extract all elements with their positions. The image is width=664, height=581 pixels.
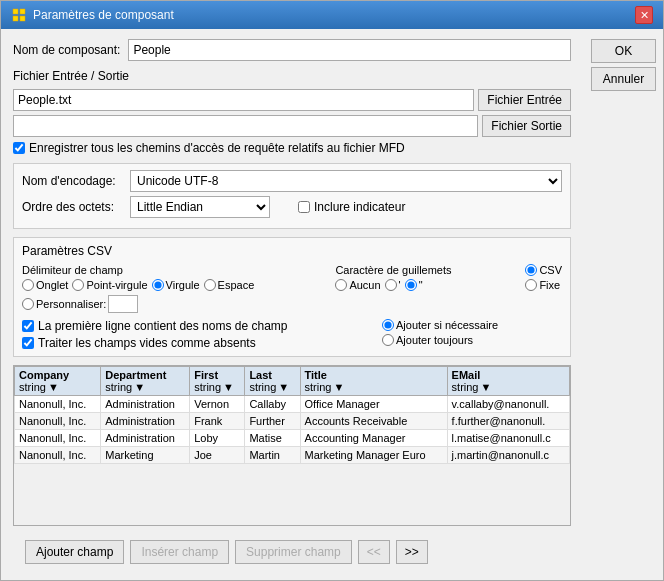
- input-file-input[interactable]: [13, 89, 474, 111]
- add-always: Ajouter toujours: [382, 334, 562, 346]
- component-name-label: Nom de composant:: [13, 43, 120, 57]
- add-if-needed-radio[interactable]: [382, 319, 394, 331]
- delimiter-custom-input[interactable]: [108, 295, 138, 313]
- col-title-dropdown-icon[interactable]: ▼: [333, 381, 344, 393]
- col-company: Company string ▼: [15, 367, 101, 396]
- delimiter-space: Espace: [204, 279, 255, 291]
- col-last: Last string ▼: [245, 367, 300, 396]
- dialog: Paramètres de composant ✕ Nom de composa…: [0, 0, 664, 581]
- encoding-name-row: Nom d'encodage: Unicode UTF-8: [22, 170, 562, 192]
- dialog-body: Nom de composant: Fichier Entrée / Sorti…: [1, 29, 663, 580]
- delimiter-tab: Onglet: [22, 279, 68, 291]
- component-name-input[interactable]: [128, 39, 571, 61]
- quotes-radio-row: Aucun ' ": [335, 279, 515, 291]
- add-if-needed: Ajouter si nécessaire: [382, 319, 562, 331]
- title-bar: Paramètres de composant ✕: [1, 1, 663, 29]
- quote-double-label: ": [419, 279, 423, 291]
- quotes-box: Caractère de guillemets Aucun ': [335, 264, 515, 291]
- indicator-checkbox[interactable]: [298, 201, 310, 213]
- first-line-checkbox[interactable]: [22, 320, 34, 332]
- table-wrapper[interactable]: Company string ▼ Depar: [13, 365, 571, 526]
- delimiter-semicolon-radio[interactable]: [72, 279, 84, 291]
- empty-fields-checkbox[interactable]: [22, 337, 34, 349]
- csv-bottom: La première ligne contient des noms de c…: [22, 319, 562, 350]
- delimiter-space-radio[interactable]: [204, 279, 216, 291]
- component-icon: [11, 7, 27, 23]
- add-always-radio[interactable]: [382, 334, 394, 346]
- add-if-needed-label: Ajouter si nécessaire: [396, 319, 498, 331]
- cancel-button[interactable]: Annuler: [591, 67, 656, 91]
- format-box: CSV Fixe: [525, 264, 562, 291]
- col-first-dropdown-icon[interactable]: ▼: [223, 381, 234, 393]
- empty-fields-row: Traiter les champs vides comme absents: [22, 336, 372, 350]
- encoding-section: Nom d'encodage: Unicode UTF-8 Ordre des …: [13, 163, 571, 229]
- delete-field-button[interactable]: Supprimer champ: [235, 540, 352, 564]
- table-row: Nanonull, Inc. Administration Vernon Cal…: [15, 396, 570, 413]
- table-row: Nanonull, Inc. Administration Loby Matis…: [15, 430, 570, 447]
- input-file-row: Fichier Entrée: [13, 89, 571, 111]
- delimiter-space-label: Espace: [218, 279, 255, 291]
- format-fixe-label: Fixe: [539, 279, 560, 291]
- delimiter-radio-row: Onglet Point-virgule Virgule: [22, 279, 325, 313]
- delimiter-comma: Virgule: [152, 279, 200, 291]
- format-csv-radio[interactable]: [525, 264, 537, 276]
- quote-double-radio[interactable]: [405, 279, 417, 291]
- output-file-button[interactable]: Fichier Sortie: [482, 115, 571, 137]
- format-fixe-radio[interactable]: [525, 279, 537, 291]
- delimiter-comma-radio[interactable]: [152, 279, 164, 291]
- col-email: EMail string ▼: [447, 367, 569, 396]
- csv-title: Paramètres CSV: [22, 244, 562, 258]
- mfd-checkbox-row: Enregistrer tous les chemins d'accès de …: [13, 141, 571, 155]
- bottom-buttons: Ajouter champ Insérer champ Supprimer ch…: [13, 534, 571, 570]
- delimiter-semicolon-label: Point-virgule: [86, 279, 147, 291]
- first-line-label: La première ligne contient des noms de c…: [38, 319, 287, 333]
- data-table: Company string ▼ Depar: [14, 366, 570, 464]
- input-file-button[interactable]: Fichier Entrée: [478, 89, 571, 111]
- mfd-checkbox[interactable]: [13, 142, 25, 154]
- delimiter-label: Délimiteur de champ: [22, 264, 325, 276]
- next-button[interactable]: >>: [396, 540, 428, 564]
- mfd-label: Enregistrer tous les chemins d'accès de …: [29, 141, 405, 155]
- svg-rect-1: [20, 9, 25, 14]
- dialog-title: Paramètres de composant: [33, 8, 174, 22]
- encoding-order-select[interactable]: Little Endian: [130, 196, 270, 218]
- encoding-name-select[interactable]: Unicode UTF-8: [130, 170, 562, 192]
- delimiter-custom: Personnaliser:: [22, 295, 138, 313]
- delimiter-box: Délimiteur de champ Onglet Point-virgule: [22, 264, 325, 313]
- table-row: Nanonull, Inc. Marketing Joe Martin Mark…: [15, 447, 570, 464]
- table-header: Company string ▼ Depar: [15, 367, 570, 396]
- right-buttons: OK Annuler: [583, 29, 663, 580]
- delimiter-tab-label: Onglet: [36, 279, 68, 291]
- csv-bottom-right: Ajouter si nécessaire Ajouter toujours: [382, 319, 562, 346]
- add-field-button[interactable]: Ajouter champ: [25, 540, 124, 564]
- quote-single-radio[interactable]: [385, 279, 397, 291]
- quote-none-radio[interactable]: [335, 279, 347, 291]
- delimiter-custom-label: Personnaliser:: [36, 298, 106, 310]
- col-email-dropdown-icon[interactable]: ▼: [481, 381, 492, 393]
- output-file-input[interactable]: [13, 115, 478, 137]
- col-company-dropdown-icon[interactable]: ▼: [48, 381, 59, 393]
- col-department-dropdown-icon[interactable]: ▼: [134, 381, 145, 393]
- prev-button[interactable]: <<: [358, 540, 390, 564]
- col-title: Title string ▼: [300, 367, 447, 396]
- quote-single: ': [385, 279, 401, 291]
- encoding-name-label: Nom d'encodage:: [22, 174, 122, 188]
- format-csv: CSV: [525, 264, 562, 276]
- svg-rect-2: [13, 16, 18, 21]
- col-last-dropdown-icon[interactable]: ▼: [278, 381, 289, 393]
- delimiter-tab-radio[interactable]: [22, 279, 34, 291]
- delimiter-custom-radio[interactable]: [22, 298, 34, 310]
- col-department: Department string ▼: [101, 367, 190, 396]
- csv-bottom-left: La première ligne contient des noms de c…: [22, 319, 372, 350]
- close-button[interactable]: ✕: [635, 6, 653, 24]
- quote-single-label: ': [399, 279, 401, 291]
- ok-button[interactable]: OK: [591, 39, 656, 63]
- file-section: Fichier Entrée / Sortie Fichier Entrée F…: [13, 69, 571, 155]
- svg-rect-0: [13, 9, 18, 14]
- quote-none-label: Aucun: [349, 279, 380, 291]
- csv-section: Paramètres CSV Délimiteur de champ Ongle…: [13, 237, 571, 357]
- insert-field-button[interactable]: Insérer champ: [130, 540, 229, 564]
- quotes-label: Caractère de guillemets: [335, 264, 515, 276]
- delimiter-semicolon: Point-virgule: [72, 279, 147, 291]
- quote-none: Aucun: [335, 279, 380, 291]
